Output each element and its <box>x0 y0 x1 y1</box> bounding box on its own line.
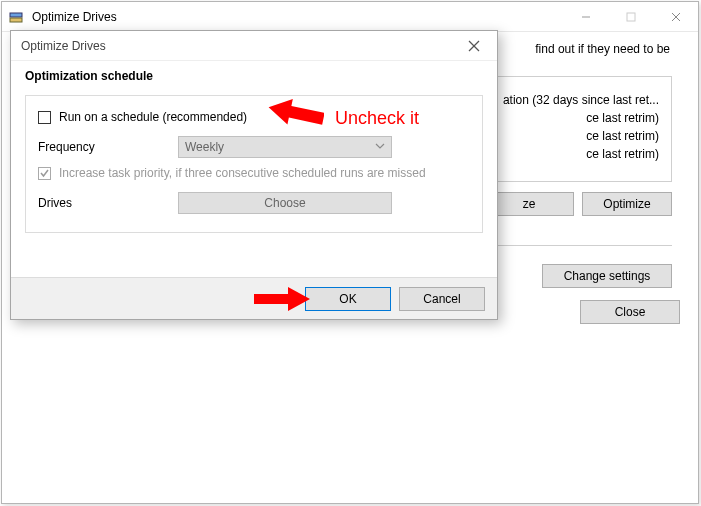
increase-priority-label: Increase task priority, if three consecu… <box>59 166 426 180</box>
frequency-select[interactable]: Weekly <box>178 136 392 158</box>
svg-rect-1 <box>10 18 22 22</box>
dialog-close-button[interactable] <box>459 31 489 61</box>
svg-rect-3 <box>627 13 635 21</box>
window-title: Optimize Drives <box>30 10 563 24</box>
drives-label: Drives <box>38 196 178 210</box>
close-button[interactable] <box>653 2 698 32</box>
schedule-fieldset: Run on a schedule (recommended) Frequenc… <box>25 95 483 233</box>
app-icon <box>8 9 24 25</box>
run-schedule-label: Run on a schedule (recommended) <box>59 110 247 124</box>
dialog-titlebar: Optimize Drives <box>11 31 497 61</box>
run-schedule-checkbox[interactable] <box>38 111 51 124</box>
optimize-button[interactable]: Optimize <box>582 192 672 216</box>
increase-priority-checkbox[interactable] <box>38 167 51 180</box>
frequency-label: Frequency <box>38 140 178 154</box>
svg-rect-0 <box>10 13 22 17</box>
chevron-down-icon <box>375 140 385 154</box>
ok-button[interactable]: OK <box>305 287 391 311</box>
titlebar: Optimize Drives <box>2 2 698 32</box>
cancel-button[interactable]: Cancel <box>399 287 485 311</box>
minimize-button[interactable] <box>563 2 608 32</box>
schedule-dialog: Optimize Drives Optimization schedule Ru… <box>10 30 498 320</box>
maximize-button[interactable] <box>608 2 653 32</box>
change-settings-button[interactable]: Change settings <box>542 264 672 288</box>
dialog-footer: OK Cancel <box>11 277 497 319</box>
frequency-value: Weekly <box>185 140 224 154</box>
close-main-button[interactable]: Close <box>580 300 680 324</box>
choose-drives-button[interactable]: Choose <box>178 192 392 214</box>
dialog-heading: Optimization schedule <box>25 69 483 83</box>
dialog-title: Optimize Drives <box>21 39 106 53</box>
